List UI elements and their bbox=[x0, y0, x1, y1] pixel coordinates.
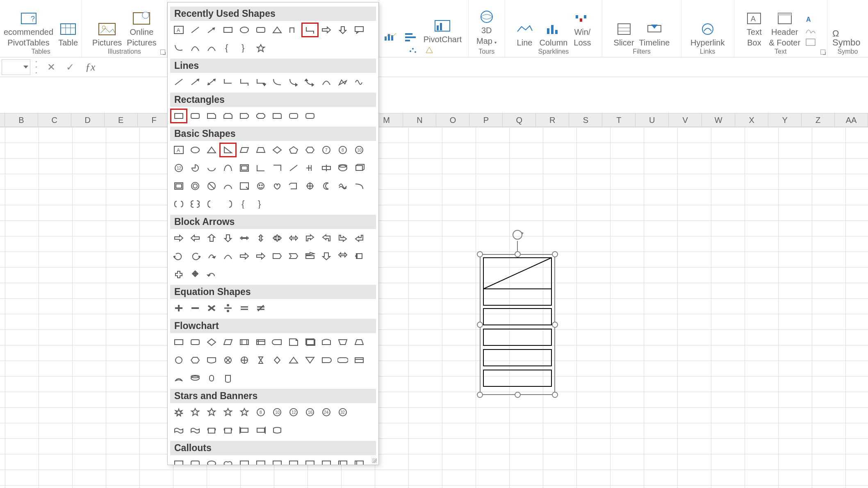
shape-stars1-7[interactable]: 12 bbox=[286, 406, 301, 419]
shape-isoceles[interactable] bbox=[204, 143, 219, 157]
shape-rectangle[interactable] bbox=[171, 109, 187, 123]
shape-basic3-6[interactable] bbox=[269, 179, 285, 193]
column-header[interactable]: AA bbox=[835, 113, 868, 127]
shape-basic3-2[interactable] bbox=[204, 179, 219, 193]
column-header[interactable]: F bbox=[138, 113, 171, 127]
shape-basic2-6[interactable] bbox=[269, 161, 285, 175]
shape-triangle[interactable] bbox=[269, 23, 285, 36]
pivotchart-button[interactable]: PivotChart bbox=[424, 18, 462, 44]
shape-basic4-1[interactable] bbox=[187, 197, 203, 211]
pictures-button[interactable]: Pictures bbox=[92, 22, 122, 47]
shape-basic3-10[interactable] bbox=[335, 179, 351, 193]
text-dialog-launcher[interactable] bbox=[820, 50, 825, 54]
3d-map-button[interactable]: 3D Map ▾ bbox=[476, 9, 497, 47]
column-header[interactable]: W bbox=[702, 113, 735, 127]
shape-flowchart2-9[interactable] bbox=[319, 354, 334, 367]
sparkline-line-button[interactable]: Line bbox=[515, 22, 535, 47]
shape-block2-2[interactable] bbox=[204, 250, 219, 263]
shape-flowchart1-11[interactable] bbox=[351, 336, 367, 349]
shape-scribble[interactable] bbox=[351, 75, 367, 89]
shape-basic2-10[interactable] bbox=[335, 161, 351, 175]
shape-stars2-1[interactable] bbox=[187, 424, 203, 437]
insert-function-button[interactable]: ƒx bbox=[85, 61, 96, 73]
shape-callouts1-1[interactable] bbox=[187, 458, 203, 465]
shape-elbow-connector[interactable] bbox=[302, 23, 318, 36]
shape-flowchart1-5[interactable] bbox=[253, 336, 269, 349]
column-header[interactable]: D bbox=[71, 113, 105, 127]
shape-text-box[interactable]: A bbox=[171, 23, 187, 36]
shape-flowchart1-9[interactable] bbox=[319, 336, 334, 349]
shape-flowchart1-4[interactable] bbox=[237, 336, 252, 349]
shape-snip3[interactable] bbox=[237, 109, 252, 123]
hyperlink-button[interactable]: Hyperlink bbox=[690, 22, 724, 47]
resize-handle-ne[interactable] bbox=[552, 251, 558, 257]
resize-handle-n[interactable] bbox=[515, 251, 521, 257]
shape-basic2-3[interactable] bbox=[220, 161, 236, 175]
shape-basic3-7[interactable] bbox=[286, 179, 301, 193]
shape-block1-3[interactable] bbox=[220, 232, 236, 245]
shape-flowchart2-5[interactable] bbox=[253, 354, 269, 367]
shape-trapezoid[interactable] bbox=[253, 143, 269, 157]
shape-decagon[interactable]: 10 bbox=[351, 143, 367, 157]
shape-callouts1-11[interactable] bbox=[351, 458, 367, 465]
shape-basic2-0[interactable]: 12 bbox=[171, 161, 187, 175]
shape-right-arrow[interactable] bbox=[319, 23, 334, 36]
shape-snip2[interactable] bbox=[220, 109, 236, 123]
shape-stars1-0[interactable] bbox=[171, 406, 187, 419]
shape-block3-2[interactable] bbox=[204, 268, 219, 281]
selected-shape[interactable] bbox=[483, 257, 552, 392]
shape-callouts1-8[interactable] bbox=[302, 458, 318, 465]
scatter-menu-icon[interactable] bbox=[408, 45, 419, 55]
shape-stars2-3[interactable] bbox=[220, 424, 236, 437]
shape-flowchart2-1[interactable] bbox=[187, 354, 203, 367]
column-header[interactable]: E bbox=[105, 113, 138, 127]
shape-arc[interactable] bbox=[204, 41, 219, 54]
column-header[interactable]: R bbox=[536, 113, 569, 127]
shape-basic3-11[interactable] bbox=[351, 179, 367, 193]
shape-callouts1-2[interactable] bbox=[204, 458, 219, 465]
recommended-pivot-button[interactable]: ? ecommended PivotTables bbox=[4, 11, 53, 47]
column-header[interactable]: U bbox=[636, 113, 669, 127]
shape-equation-4[interactable] bbox=[237, 302, 252, 315]
shape-stars2-0[interactable] bbox=[171, 424, 187, 437]
shape-line-arrow[interactable] bbox=[204, 23, 219, 36]
shape-flowchart2-4[interactable] bbox=[237, 354, 252, 367]
shape-stars1-6[interactable]: 10 bbox=[269, 406, 285, 419]
shape-callouts1-5[interactable] bbox=[253, 458, 269, 465]
column-header[interactable]: O bbox=[436, 113, 469, 127]
shape-basic4-5[interactable]: } bbox=[253, 197, 269, 211]
shape-basic2-9[interactable] bbox=[319, 161, 334, 175]
column-header[interactable]: S bbox=[569, 113, 602, 127]
shape-basic2-2[interactable] bbox=[204, 161, 219, 175]
shape-flowchart1-10[interactable] bbox=[335, 336, 351, 349]
shape-down-arrow[interactable] bbox=[335, 23, 351, 36]
shape-curve-conn2[interactable] bbox=[286, 75, 301, 89]
shape-stars1-2[interactable] bbox=[204, 406, 219, 419]
shape-stars2-4[interactable] bbox=[237, 424, 252, 437]
shape-block1-6[interactable] bbox=[269, 232, 285, 245]
shape-flowchart1-6[interactable] bbox=[269, 336, 285, 349]
shape-callouts1-7[interactable] bbox=[286, 458, 301, 465]
shape-basic3-4[interactable] bbox=[237, 179, 252, 193]
resize-handle-w[interactable] bbox=[477, 322, 483, 328]
shape-flowchart3-2[interactable] bbox=[204, 372, 219, 385]
shape-snip1[interactable] bbox=[204, 109, 219, 123]
shape-basic2-4[interactable] bbox=[237, 161, 252, 175]
shape-callouts1-0[interactable] bbox=[171, 458, 187, 465]
shape-curve1[interactable] bbox=[171, 41, 187, 54]
shape-flowchart3-0[interactable] bbox=[171, 372, 187, 385]
shape-round1[interactable] bbox=[269, 109, 285, 123]
shape-block1-4[interactable] bbox=[237, 232, 252, 245]
shape-star[interactable] bbox=[253, 41, 269, 54]
surface-menu-icon[interactable] bbox=[424, 45, 436, 55]
shape-flowchart2-3[interactable] bbox=[220, 354, 236, 367]
shape-stars1-9[interactable]: 24 bbox=[319, 406, 334, 419]
shape-line2[interactable] bbox=[187, 75, 203, 89]
shape-oval[interactable] bbox=[237, 23, 252, 36]
column-header[interactable]: B bbox=[5, 113, 38, 127]
resize-handle-nw[interactable] bbox=[477, 251, 483, 257]
shape-block2-5[interactable] bbox=[253, 250, 269, 263]
column-header[interactable]: P bbox=[469, 113, 503, 127]
shape-curve-free[interactable] bbox=[319, 75, 334, 89]
shape-callouts1-6[interactable] bbox=[269, 458, 285, 465]
